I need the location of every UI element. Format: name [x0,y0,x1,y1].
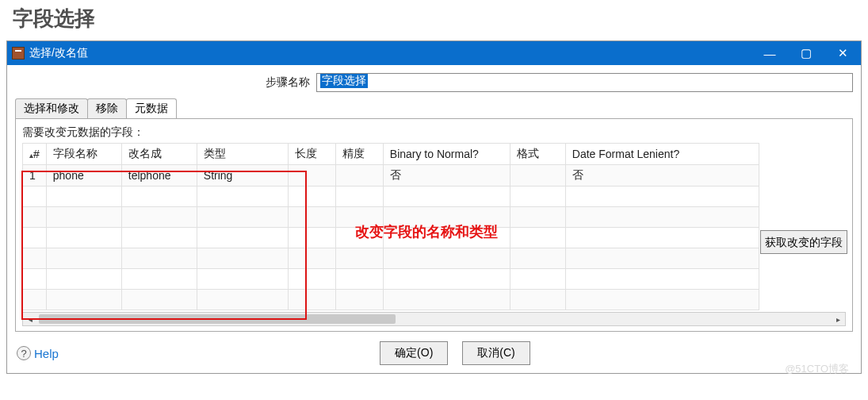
get-changed-fields-button[interactable]: 获取改变的字段 [760,230,847,254]
dialog-footer: ? Help 确定(O) 取消(C) @51CTO博客 [7,333,861,373]
cell-field[interactable]: phone [46,165,121,187]
cell-b2n[interactable]: 否 [383,165,510,187]
tab-metadata[interactable]: 元数据 [126,98,177,118]
tab-remove[interactable]: 移除 [87,98,127,118]
cell-length[interactable] [288,165,335,187]
cancel-button[interactable]: 取消(C) [462,341,530,365]
step-name-input[interactable]: 字段选择 [316,73,853,92]
pane-description: 需要改变元数据的字段： [16,119,852,143]
table-row[interactable] [23,248,759,269]
col-date-lenient[interactable]: Date Format Lenient? [565,144,759,165]
cell-format[interactable] [510,165,565,187]
titlebar: 选择/改名值 — ▢ ✕ [7,41,861,65]
cell-lenient[interactable]: 否 [565,165,759,187]
step-name-label: 步骤名称 [15,75,316,90]
col-length[interactable]: 长度 [288,144,335,165]
tab-select-modify[interactable]: 选择和修改 [15,98,88,118]
scroll-left-icon[interactable]: ◂ [23,313,37,325]
cell-precision[interactable] [335,165,383,187]
help-label: Help [34,347,59,360]
help-link[interactable]: ? Help [17,346,59,360]
col-binary-normal[interactable]: Binary to Normal? [383,144,510,165]
table-row[interactable] [23,207,759,228]
cell-num[interactable]: 1 [23,165,47,187]
window-title: 选择/改名值 [29,46,751,60]
maximize-button[interactable]: ▢ [788,41,824,65]
table-row[interactable] [23,290,759,310]
table-row[interactable] [23,269,759,290]
close-button[interactable]: ✕ [824,41,861,65]
col-rename[interactable]: 改名成 [121,144,197,165]
metadata-table[interactable]: ▴# 字段名称 改名成 类型 长度 精度 Binary to Normal? 格… [22,143,759,310]
app-icon [12,47,25,60]
dialog-window: 选择/改名值 — ▢ ✕ 步骤名称 字段选择 选择和修改 移除 元数据 需要改变… [6,40,862,374]
col-format[interactable]: 格式 [510,144,565,165]
table-row[interactable]: 1 phone telphone String 否 否 [23,165,759,187]
table-container: 改变字段的名称和类型 ▴# 字段名称 改名成 类型 长度 精度 Binary t… [22,143,846,310]
scroll-right-icon[interactable]: ▸ [831,313,845,325]
ok-button[interactable]: 确定(O) [380,341,448,365]
step-name-value: 字段选择 [320,74,368,88]
step-name-row: 步骤名称 字段选择 [7,65,861,97]
window-controls: — ▢ ✕ [751,41,861,65]
col-type[interactable]: 类型 [197,144,288,165]
col-field-name[interactable]: 字段名称 [46,144,121,165]
minimize-button[interactable]: — [751,41,788,65]
tabstrip: 选择和修改 移除 元数据 [15,98,853,118]
table-header-row: ▴# 字段名称 改名成 类型 长度 精度 Binary to Normal? 格… [23,144,759,165]
horizontal-scrollbar[interactable]: ◂ ▸ [22,312,846,326]
help-icon: ? [17,346,31,360]
cell-rename[interactable]: telphone [121,165,197,187]
cell-type[interactable]: String [197,165,288,187]
scroll-track[interactable] [37,313,831,325]
col-precision[interactable]: 精度 [335,144,383,165]
scroll-thumb[interactable] [39,314,396,324]
table-row[interactable] [23,187,759,207]
page-heading: 字段选择 [0,0,868,40]
metadata-pane: 需要改变元数据的字段： 改变字段的名称和类型 ▴# 字段名称 改名成 类型 长度… [15,118,853,332]
table-row[interactable] [23,228,759,248]
col-num: # [33,148,40,160]
